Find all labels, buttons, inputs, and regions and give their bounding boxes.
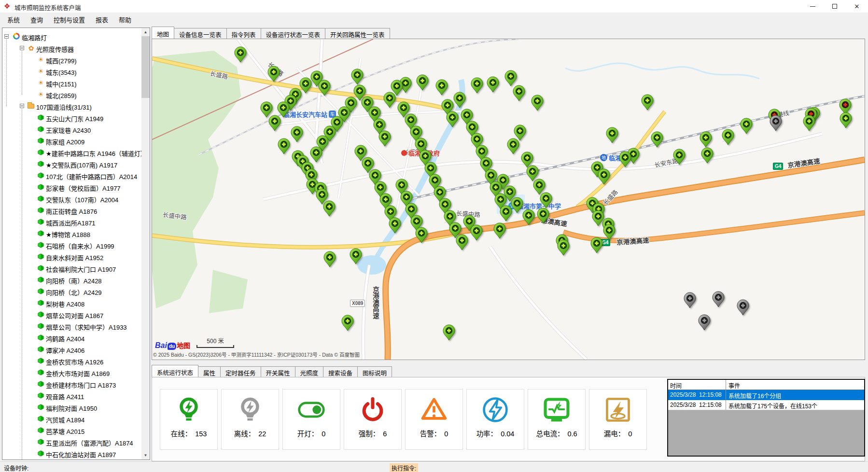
tree-item[interactable]: 烟草公司（求知中学）A1933: [2, 320, 141, 332]
device-marker[interactable]: [700, 131, 712, 148]
offline-marker[interactable]: [770, 115, 782, 131]
device-marker[interactable]: [453, 92, 466, 108]
tree-expand-icon[interactable]: [20, 46, 24, 50]
maximize-button[interactable]: [824, 0, 846, 13]
tree-item[interactable]: ★建新中路路口东 A1946（辅道灯）: [2, 147, 141, 158]
device-marker[interactable]: [701, 147, 714, 164]
device-marker[interactable]: [500, 205, 512, 222]
bottom-tab-6[interactable]: 图标说明: [357, 366, 392, 377]
tree-item[interactable]: 梨树巷 A2408: [2, 297, 141, 309]
tree-item[interactable]: ★交警队西(107南) A1917: [2, 158, 141, 170]
menu-item-4[interactable]: 帮助: [113, 14, 137, 26]
device-marker[interactable]: [351, 69, 364, 85]
device-marker[interactable]: [323, 200, 336, 217]
device-marker[interactable]: [722, 129, 734, 145]
tree-expand-icon[interactable]: [4, 34, 9, 39]
bottom-tab-2[interactable]: 定时器任务: [220, 366, 261, 377]
device-marker[interactable]: [378, 130, 391, 147]
map-view[interactable]: 长盛路长白路长安中路长安东路长盛中路长盛中路港澳高速长盛路京港线京港澳高速京港澳…: [152, 39, 865, 360]
tree-item[interactable]: 中石化加油站对面 A1897: [2, 448, 141, 459]
tree-item[interactable]: 向阳桥（北）A2429: [2, 286, 141, 297]
tree-item[interactable]: 汽贸城 A1894: [2, 413, 141, 425]
bottom-tab-1[interactable]: 属性: [198, 366, 221, 377]
map-tab-1[interactable]: 设备信息一览表: [174, 28, 227, 39]
menu-item-2[interactable]: 控制与设置: [48, 14, 90, 26]
tree-item[interactable]: 107北（建新中路路口西）A2014: [2, 170, 141, 181]
device-marker[interactable]: [443, 324, 455, 341]
map-tab-2[interactable]: 指令列表: [226, 28, 261, 39]
device-marker[interactable]: [383, 92, 396, 108]
device-marker[interactable]: [598, 168, 610, 185]
device-marker[interactable]: [318, 80, 331, 96]
device-marker[interactable]: [456, 234, 468, 250]
tree-scrollbar[interactable]: ▲ ▼: [141, 28, 150, 459]
offline-marker[interactable]: [737, 299, 749, 316]
tree-item[interactable]: ☀城东(3543): [2, 66, 141, 77]
offline-marker[interactable]: [712, 291, 725, 307]
menu-item-0[interactable]: 系统: [2, 14, 25, 26]
offline-marker[interactable]: [684, 292, 696, 308]
device-marker[interactable]: [268, 115, 281, 131]
tree-item[interactable]: 向阳桥（南）A2428: [2, 274, 141, 286]
menu-item-3[interactable]: 报表: [90, 14, 113, 26]
device-marker[interactable]: [470, 224, 483, 241]
device-marker[interactable]: [522, 209, 535, 225]
tree-item[interactable]: 彭家巷（党校后面）A1977: [2, 181, 141, 193]
map-tab-3[interactable]: 设备运行状态一览表: [261, 28, 326, 39]
tree-item[interactable]: 观音路 A2411: [2, 390, 141, 402]
device-marker[interactable]: [641, 94, 654, 111]
offline-marker[interactable]: [698, 314, 711, 331]
map-tab-4[interactable]: 开关回路属性一览表: [325, 28, 390, 39]
device-marker[interactable]: [537, 208, 549, 224]
device-marker[interactable]: [291, 126, 303, 142]
close-button[interactable]: ✕: [846, 0, 868, 13]
tree-item[interactable]: 自来水斜对面 A1952: [2, 251, 141, 263]
tree-item[interactable]: 社会福利院大门口 A1907: [2, 263, 141, 274]
device-marker[interactable]: [803, 115, 815, 131]
device-marker[interactable]: [267, 66, 280, 82]
tree-item[interactable]: 福利院对面 A1950: [2, 402, 141, 413]
device-marker[interactable]: [513, 85, 525, 101]
device-marker[interactable]: [540, 192, 552, 208]
bottom-tab-0[interactable]: 系统运行状态: [152, 365, 198, 377]
tree-item[interactable]: ☀城西(2799): [2, 54, 141, 66]
device-marker[interactable]: [415, 227, 428, 243]
device-marker[interactable]: [278, 138, 290, 154]
tree-item[interactable]: 金桥建材市场门口 A1873: [2, 378, 141, 390]
tree-item[interactable]: 五里派出所（富源汽配）A1874: [2, 436, 141, 448]
tree-item[interactable]: ★博物馆 A1888: [2, 228, 141, 239]
tree-item[interactable]: 石咀桥（自来水）A1999: [2, 239, 141, 251]
minimize-button[interactable]: [801, 0, 824, 13]
tree-item[interactable]: 金桥农贸市场 A1926: [2, 355, 141, 367]
tree-item[interactable]: 南正街转盘 A1876: [2, 205, 141, 216]
tree-item[interactable]: 城西派出所A1871: [2, 216, 141, 228]
device-marker[interactable]: [531, 95, 544, 111]
device-marker[interactable]: [435, 79, 448, 96]
device-marker[interactable]: [493, 222, 506, 239]
device-marker[interactable]: [446, 111, 459, 127]
menu-item-1[interactable]: 查询: [25, 14, 48, 26]
tree-item[interactable]: 五尖山大门东 A1949: [2, 112, 141, 124]
bottom-tab-3[interactable]: 开关属性: [261, 366, 295, 377]
device-marker[interactable]: [234, 46, 247, 63]
device-marker[interactable]: [603, 224, 616, 240]
scroll-down-icon[interactable]: ▼: [141, 451, 150, 459]
device-marker[interactable]: [619, 151, 631, 167]
device-marker[interactable]: [310, 146, 322, 163]
device-marker[interactable]: [504, 70, 517, 86]
device-marker[interactable]: [350, 248, 362, 264]
event-log-row[interactable]: 2025/3/28 12:15:08系统加载了16个分组: [668, 390, 864, 400]
map-tab-0[interactable]: 地图: [152, 27, 174, 39]
tree-item[interactable]: 金桥大市场对面 A1869: [2, 367, 141, 378]
device-marker[interactable]: [840, 112, 852, 128]
scrollbar-thumb[interactable]: [141, 36, 150, 98]
tree-item[interactable]: 陈家组 A2009: [2, 135, 141, 147]
device-marker[interactable]: [323, 251, 336, 267]
tree-item[interactable]: ☀城北(2859): [2, 89, 141, 100]
tree-item[interactable]: 芭茅塘 A2015: [2, 425, 141, 436]
device-marker[interactable]: [590, 237, 603, 253]
device-marker[interactable]: [389, 217, 401, 234]
tree-item[interactable]: 王家珑巷 A2430: [2, 124, 141, 135]
device-marker[interactable]: [487, 76, 499, 93]
device-marker[interactable]: [606, 127, 618, 143]
